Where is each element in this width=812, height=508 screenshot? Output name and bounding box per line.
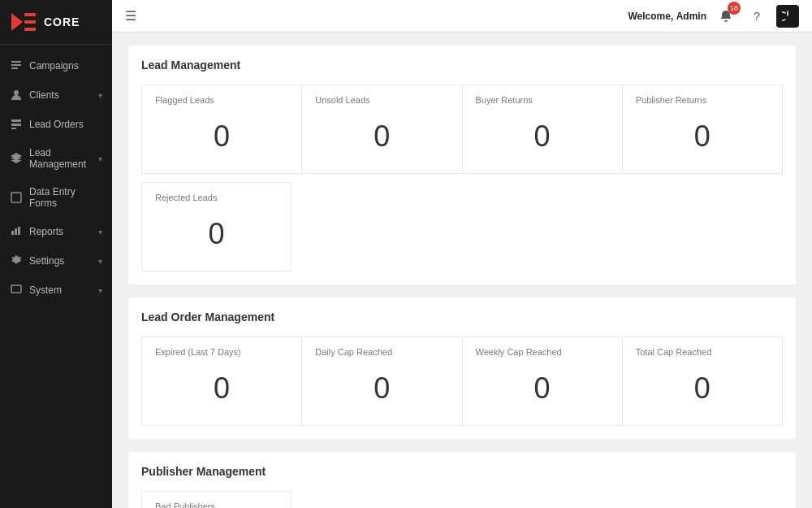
chevron-down-icon: ▾ — [98, 228, 102, 237]
lead-management-title: Lead Management — [141, 59, 783, 72]
unsold-leads-card: Unsold Leads 0 — [301, 85, 462, 174]
lead-management-stats-row: Flagged Leads 0 Unsold Leads 0 Buyer Ret… — [141, 85, 783, 174]
buyer-returns-card: Buyer Returns 0 — [462, 85, 623, 174]
logo-text: CORE — [44, 15, 80, 28]
weekly-cap-label: Weekly Cap Reached — [476, 347, 609, 357]
main-area: ☰ Welcome, Admin 18 ? Lead Management — [112, 0, 812, 508]
sidebar: CORE Campaigns Clients ▾ Lead Orders Lea… — [0, 0, 112, 508]
sidebar-item-clients[interactable]: Clients ▾ — [0, 80, 112, 110]
total-cap-card: Total Cap Reached 0 — [622, 336, 783, 426]
flagged-leads-value: 0 — [155, 113, 288, 160]
sidebar-item-label: Lead Orders — [29, 119, 84, 130]
svg-rect-2 — [24, 13, 36, 16]
sidebar-item-label: Clients — [29, 89, 59, 101]
hamburger-icon[interactable]: ☰ — [125, 8, 136, 24]
buyer-returns-label: Buyer Returns — [476, 95, 609, 105]
sidebar-item-label: Data Entry Forms — [29, 186, 102, 209]
svg-rect-8 — [11, 128, 16, 129]
notification-badge: 18 — [728, 2, 741, 15]
sidebar-item-label: Settings — [29, 255, 64, 267]
sidebar-item-label: Reports — [29, 226, 63, 237]
publisher-management-stats-row: Bad Publishers 0 — [141, 491, 783, 508]
sidebar-item-settings[interactable]: Settings ▾ — [0, 246, 112, 276]
sidebar-item-lead-orders[interactable]: Lead Orders — [0, 110, 112, 139]
sidebar-item-system[interactable]: System ▾ — [0, 276, 112, 305]
lead-management-extra-row: Rejected Leads 0 — [141, 182, 783, 271]
chevron-down-icon: ▾ — [98, 257, 102, 266]
daily-cap-value: 0 — [315, 365, 448, 412]
svg-rect-3 — [24, 20, 36, 24]
notification-button[interactable]: 18 — [715, 5, 737, 28]
sidebar-item-label: Lead Management — [29, 147, 98, 170]
unsold-leads-value: 0 — [315, 113, 448, 160]
lead-order-management-stats-row: Expired (Last 7 Days) 0 Daily Cap Reache… — [141, 336, 783, 426]
sidebar-item-label: Campaigns — [29, 60, 79, 72]
chevron-down-icon: ▾ — [98, 154, 102, 163]
svg-rect-4 — [24, 28, 36, 31]
lead-order-management-section: Lead Order Management Expired (Last 7 Da… — [128, 297, 796, 439]
help-button[interactable]: ? — [745, 5, 768, 28]
rejected-leads-card: Rejected Leads 0 — [141, 182, 292, 271]
header: ☰ Welcome, Admin 18 ? — [112, 0, 812, 33]
publisher-management-title: Publisher Management — [141, 465, 783, 478]
chevron-down-icon: ▾ — [98, 91, 102, 100]
header-left: ☰ — [125, 8, 146, 24]
sidebar-item-reports[interactable]: Reports ▾ — [0, 217, 112, 246]
svg-point-5 — [14, 90, 19, 95]
total-cap-label: Total Cap Reached — [636, 347, 769, 357]
username-text: Admin — [676, 11, 706, 22]
buyer-returns-value: 0 — [476, 113, 609, 160]
expired-leads-value: 0 — [155, 365, 288, 412]
publisher-returns-card: Publisher Returns 0 — [622, 85, 783, 174]
daily-cap-card: Daily Cap Reached 0 — [301, 336, 462, 426]
flagged-leads-card: Flagged Leads 0 — [141, 85, 302, 174]
rejected-leads-label: Rejected Leads — [155, 193, 278, 202]
rejected-leads-value: 0 — [155, 211, 278, 258]
sidebar-item-campaigns[interactable]: Campaigns — [0, 51, 112, 80]
welcome-text: Welcome, Admin — [628, 11, 707, 22]
power-button[interactable] — [776, 5, 799, 28]
sidebar-nav: Campaigns Clients ▾ Lead Orders Lead Man… — [0, 45, 112, 305]
svg-rect-9 — [11, 193, 21, 202]
expired-leads-label: Expired (Last 7 Days) — [155, 347, 288, 357]
weekly-cap-value: 0 — [476, 365, 609, 412]
lead-management-section: Lead Management Flagged Leads 0 Unsold L… — [128, 46, 796, 284]
sidebar-item-lead-management[interactable]: Lead Management ▾ — [0, 139, 112, 178]
chevron-down-icon: ▾ — [98, 286, 102, 295]
expired-leads-card: Expired (Last 7 Days) 0 — [141, 336, 302, 426]
weekly-cap-card: Weekly Cap Reached 0 — [462, 336, 623, 426]
content-area: Lead Management Flagged Leads 0 Unsold L… — [112, 33, 812, 508]
sidebar-logo: CORE — [0, 0, 112, 45]
svg-rect-6 — [11, 119, 21, 122]
total-cap-value: 0 — [636, 365, 769, 412]
publisher-returns-label: Publisher Returns — [636, 95, 769, 105]
unsold-leads-label: Unsold Leads — [315, 95, 448, 105]
svg-rect-7 — [11, 124, 21, 126]
flagged-leads-label: Flagged Leads — [155, 95, 288, 105]
svg-rect-10 — [11, 285, 21, 293]
bad-publishers-label: Bad Publishers — [155, 501, 278, 508]
header-right: Welcome, Admin 18 ? — [628, 5, 800, 28]
publisher-returns-value: 0 — [636, 113, 769, 160]
sidebar-item-data-entry-forms[interactable]: Data Entry Forms — [0, 178, 112, 217]
daily-cap-label: Daily Cap Reached — [315, 347, 448, 357]
bad-publishers-card: Bad Publishers 0 — [141, 491, 292, 508]
lead-order-management-title: Lead Order Management — [141, 310, 783, 323]
publisher-management-section: Publisher Management Bad Publishers 0 — [128, 452, 796, 508]
sidebar-item-label: System — [29, 284, 62, 296]
